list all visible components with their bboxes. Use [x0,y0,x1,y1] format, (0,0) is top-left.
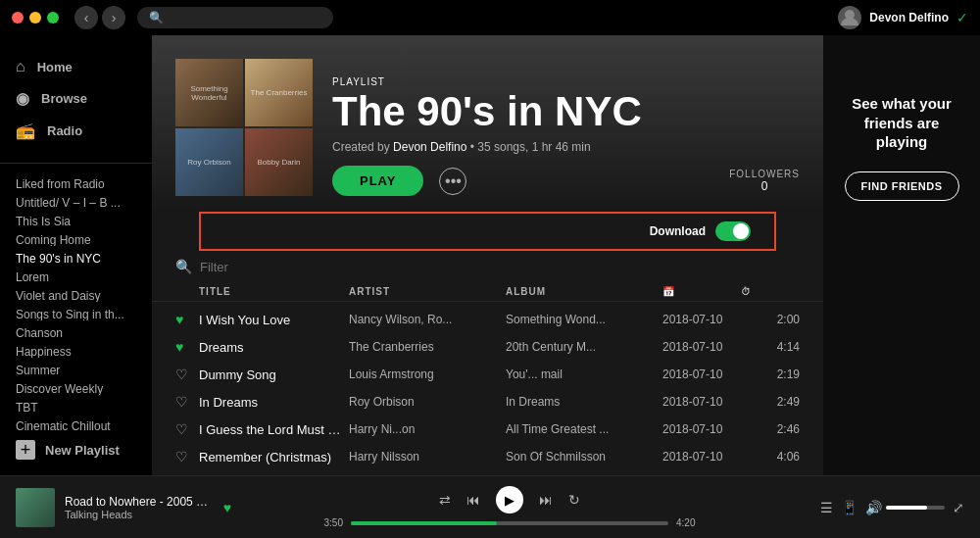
track-artist: Nancy Wilson, Ro... [349,313,506,326]
sidebar-item-cinematic-chillout[interactable]: Cinematic Chillout [0,414,152,432]
track-row[interactable]: ♡ Dummy Song Louis Armstrong You'... mai… [152,361,823,388]
track-row[interactable]: ♡ Remember (Christmas) Harry Nilsson Son… [152,443,823,470]
play-button[interactable]: PLAY [332,166,423,196]
track-album: You'... mail [506,367,662,381]
sidebar-item-coming-home[interactable]: Coming Home [0,227,152,246]
playlist-art: Something Wonderful The Cranberries Roy … [175,59,313,196]
time-current: 3:50 [314,517,343,528]
track-artist: The Cranberries [349,340,506,354]
col-album: ALBUM [506,286,662,297]
friends-text: See what your friends are playing [839,94,964,152]
sidebar-item-liked-from-radio[interactable]: Liked from Radio [0,171,152,190]
track-duration: 4:14 [741,340,800,354]
track-row[interactable]: ♡ In Dreams Roy Orbison In Dreams 2018-0… [152,388,823,416]
track-heart-icon[interactable]: ♡ [175,367,199,382]
now-playing: Road to Nowhere - 2005 Rem... Talking He… [16,488,231,527]
repeat-button[interactable]: ↻ [568,492,580,508]
player-buttons: ⇄ ⏮ ▶ ⏭ ↻ [439,486,580,514]
titlebar: ‹ › 🔍 Search Devon Delfino ✓ [0,0,980,35]
sidebar: ⌂ Home ◉ Browse 📻 Radio Liked from Radio… [0,35,152,475]
sidebar-item-label: Home [37,60,73,74]
playlist-duration: 1 hr 46 min [532,140,591,154]
track-artist: Louis Armstrong [349,367,506,381]
track-artist: Harry Ni...on [349,422,506,436]
new-playlist-button[interactable]: + New Playlist [0,432,152,467]
minimize-button[interactable] [29,12,41,24]
track-heart-icon[interactable]: ♡ [175,394,199,410]
sidebar-item-lorem[interactable]: Lorem [0,265,152,283]
like-icon[interactable]: ♥ [223,500,231,515]
sidebar-item-radio[interactable]: 📻 Radio [0,115,152,147]
time-total: 4:20 [676,517,706,528]
track-heart-icon[interactable]: ♡ [175,449,199,465]
browse-icon: ◉ [16,89,29,108]
devices-button[interactable]: 📱 [841,500,858,515]
track-heart-icon[interactable]: ♡ [175,421,199,437]
track-date: 2018-07-10 [662,313,741,326]
find-friends-button[interactable]: FIND FRIENDS [845,171,959,201]
search-bar[interactable]: 🔍 Search [137,7,333,28]
filter-input[interactable] [200,260,365,274]
prev-button[interactable]: ⏮ [466,492,480,508]
sidebar-item-label: Browse [41,91,87,106]
traffic-lights [12,12,59,24]
user-area: Devon Delfino ✓ [838,6,968,29]
sidebar-item-the-90s-in-nyc[interactable]: The 90's in NYC [0,246,152,265]
sidebar-item-browse[interactable]: ◉ Browse [0,82,152,115]
queue-button[interactable]: ☰ [820,500,833,515]
fullscreen-button[interactable]: ⤢ [953,500,964,515]
sidebar-item-chanson[interactable]: Chanson [0,320,152,339]
close-button[interactable] [12,12,24,24]
sidebar-item-songs-to-sing[interactable]: Songs to Sing in th... [0,302,152,320]
followers-area: FOLLOWERS 0 [729,169,800,193]
download-toggle[interactable] [715,221,751,241]
shuffle-button[interactable]: ⇄ [439,492,451,508]
volume-icon[interactable]: 🔊 [865,500,882,515]
now-playing-title: Road to Nowhere - 2005 Rem... [65,495,214,509]
track-date: 2018-07-10 [662,395,741,409]
track-duration: 2:19 [741,367,800,381]
maximize-button[interactable] [47,12,59,24]
forward-button[interactable]: › [102,6,125,29]
bottom-player: Road to Nowhere - 2005 Rem... Talking He… [0,475,980,538]
track-heart-icon[interactable]: ♥ [175,339,199,355]
next-button[interactable]: ⏭ [539,492,553,508]
sidebar-item-tbt[interactable]: TBT [0,395,152,414]
play-pause-button[interactable]: ▶ [496,486,523,514]
sidebar-item-this-is-sia[interactable]: This Is Sia [0,209,152,227]
track-row[interactable]: ♡ I Guess the Lord Must Be in New York C… [152,416,823,443]
more-button[interactable]: ••• [439,168,466,195]
sidebar-item-summer[interactable]: Summer [0,358,152,376]
now-playing-info: Road to Nowhere - 2005 Rem... Talking He… [65,495,214,520]
sidebar-item-happiness[interactable]: Happiness [0,339,152,358]
track-artist: Roy Orbison [349,395,506,409]
progress-area: 3:50 4:20 [314,517,706,528]
volume-fill [886,506,927,510]
col-date: 📅 [662,286,741,297]
progress-bar[interactable] [351,521,668,525]
track-row[interactable]: ♥ Dreams The Cranberries 20th Century M.… [152,333,823,361]
track-row[interactable]: ♡ Dream Roy Orbison In Dreams 2018-07-11… [152,470,823,475]
track-duration: 2:00 [741,313,800,326]
search-input[interactable]: Search [170,11,321,24]
track-heart-icon[interactable]: ♥ [175,312,199,327]
playlist-creator: Devon Delfino [393,140,466,154]
filter-icon: 🔍 [175,259,192,274]
playlist-title: The 90's in NYC [332,91,800,132]
col-artist: ARTIST [349,286,506,297]
track-name: In Dreams [199,395,349,410]
download-label: Download [650,224,706,238]
col-duration: ⏱ [741,286,800,297]
followers-label: FOLLOWERS [729,169,800,179]
sidebar-item-violet-and-daisy[interactable]: Violet and Daisy [0,283,152,302]
track-list-header: TITLE ARTIST ALBUM 📅 ⏱ [152,282,823,302]
sidebar-item-home[interactable]: ⌂ Home [0,51,152,82]
track-date: 2018-07-10 [662,340,741,354]
sidebar-item-untitled[interactable]: Untitled/ V – I – B ... [0,190,152,209]
sidebar-item-discover-weekly[interactable]: Discover Weekly [0,376,152,395]
filter-bar: 🔍 [152,251,823,282]
track-row[interactable]: ♥ I Wish You Love Nancy Wilson, Ro... So… [152,306,823,333]
playlist-songs: 35 songs [477,140,525,154]
volume-bar[interactable] [886,506,945,510]
back-button[interactable]: ‹ [74,6,98,29]
